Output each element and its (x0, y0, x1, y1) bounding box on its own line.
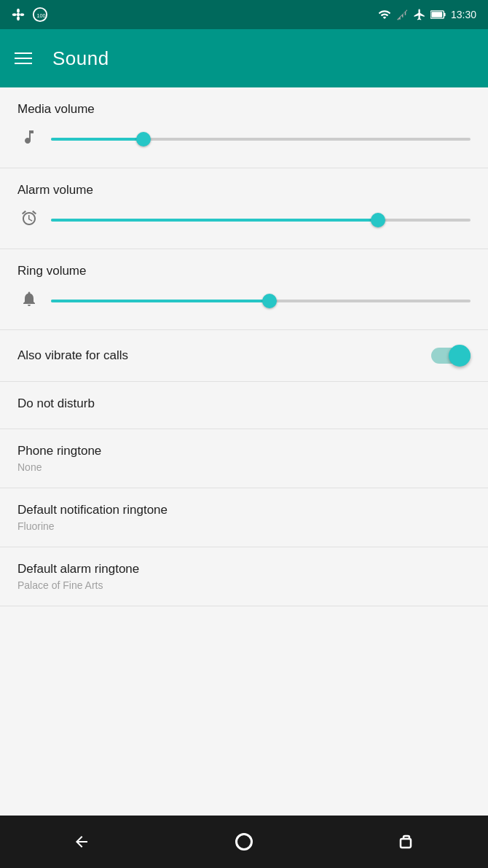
status-bar-left: 100 (12, 7, 48, 23)
vibrate-for-calls-row[interactable]: Also vibrate for calls (0, 330, 488, 382)
alarm-ringtone-label: Default alarm ringtone (17, 562, 471, 576)
svg-rect-10 (401, 839, 411, 848)
status-bar: 100 13:30 (0, 0, 488, 29)
media-volume-section: Media volume (0, 87, 488, 168)
alarm-volume-label: Alarm volume (17, 183, 471, 198)
ring-volume-slider-row (17, 290, 471, 312)
alarm-ringtone-item[interactable]: Default alarm ringtone Palace of Fine Ar… (0, 547, 488, 606)
svg-point-3 (12, 13, 17, 16)
alarm-volume-slider-row (17, 209, 471, 231)
hamburger-menu-button[interactable] (15, 52, 32, 64)
home-button[interactable] (222, 820, 266, 864)
media-volume-label: Media volume (17, 102, 471, 117)
media-volume-slider[interactable] (51, 132, 471, 146)
do-not-disturb-item[interactable]: Do not disturb (0, 382, 488, 429)
phone-ringtone-item[interactable]: Phone ringtone None (0, 429, 488, 488)
alarm-volume-section: Alarm volume (0, 168, 488, 249)
recent-apps-button[interactable] (385, 820, 428, 864)
notification-ringtone-value: Fluorine (17, 520, 471, 532)
signal-off-icon (395, 8, 409, 21)
page-title: Sound (52, 47, 109, 70)
toggle-thumb (449, 345, 471, 367)
phone-ringtone-value: None (17, 461, 471, 473)
svg-rect-8 (444, 13, 445, 16)
wifi-icon (378, 8, 391, 21)
time-display: 13:30 (451, 9, 476, 20)
bell-icon (17, 290, 41, 312)
svg-text:100: 100 (36, 12, 45, 19)
svg-point-2 (17, 16, 20, 20)
ring-volume-slider[interactable] (51, 294, 471, 308)
media-volume-slider-row (17, 128, 471, 150)
svg-point-4 (20, 13, 24, 16)
music-note-icon (17, 128, 41, 150)
app-bar: Sound (0, 29, 488, 87)
vibrate-for-calls-label: Also vibrate for calls (17, 348, 128, 363)
ring-volume-section: Ring volume (0, 249, 488, 330)
bottom-navigation (0, 816, 488, 868)
notification-ringtone-label: Default notification ringtone (17, 503, 471, 517)
notification-ringtone-item[interactable]: Default notification ringtone Fluorine (0, 488, 488, 547)
alarm-volume-slider[interactable] (51, 213, 471, 227)
home-circle-icon (235, 833, 253, 851)
battery-icon (430, 8, 446, 21)
alarm-clock-icon (17, 209, 41, 231)
hundred-icon: 100 (32, 7, 48, 23)
flower-icon (12, 8, 25, 21)
svg-rect-9 (431, 12, 442, 17)
svg-point-0 (17, 13, 20, 17)
airplane-icon (413, 8, 426, 21)
phone-ringtone-label: Phone ringtone (17, 444, 471, 458)
svg-point-1 (17, 9, 20, 13)
settings-content: Media volume Alarm volume (0, 87, 488, 816)
status-bar-right: 13:30 (378, 8, 476, 21)
alarm-ringtone-value: Palace of Fine Arts (17, 579, 471, 591)
back-button[interactable] (60, 820, 103, 864)
ring-volume-label: Ring volume (17, 264, 471, 278)
do-not-disturb-label: Do not disturb (17, 396, 471, 411)
vibrate-for-calls-toggle[interactable] (431, 345, 471, 367)
